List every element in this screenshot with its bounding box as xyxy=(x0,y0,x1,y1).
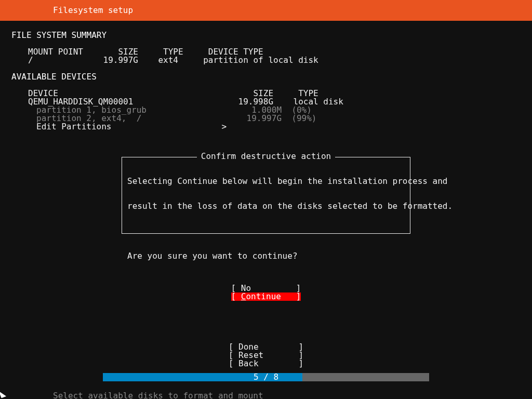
main-content: FILE SYSTEM SUMMARY MOUNT POINT SIZE TYP… xyxy=(0,21,532,131)
available-devices-heading: AVAILABLE DEVICES xyxy=(0,73,532,81)
summary-row: / 19.997G ext4 partition of local disk xyxy=(0,56,532,64)
dialog-line-3: Are you sure you want to continue? xyxy=(127,252,405,260)
edit-partitions[interactable]: Edit Partitions > xyxy=(0,123,532,131)
dialog-line-2: result in the loss of data on the disks … xyxy=(127,202,405,210)
header-title: Filesystem setup xyxy=(53,6,133,15)
filesystem-summary-heading: FILE SYSTEM SUMMARY xyxy=(0,31,532,39)
installer-header: Filesystem setup xyxy=(0,0,532,21)
footer-buttons: [ Done ] [ Reset ] [ Back ] xyxy=(0,343,532,368)
progress-area: 5 / 8 Select available disks to format a… xyxy=(0,373,532,399)
progress-label: 5 / 8 xyxy=(0,373,532,381)
dialog-line-1: Selecting Continue below will begin the … xyxy=(127,177,405,185)
progress-bar: 5 / 8 xyxy=(0,373,532,381)
continue-button[interactable]: [ Continue ] xyxy=(231,292,301,301)
help-text: Select available disks to format and mou… xyxy=(0,392,532,399)
dialog-title: Confirm destructive action xyxy=(197,151,335,161)
back-button[interactable]: [ Back ] xyxy=(229,358,304,368)
confirm-dialog: Confirm destructive action Selecting Con… xyxy=(122,157,410,234)
